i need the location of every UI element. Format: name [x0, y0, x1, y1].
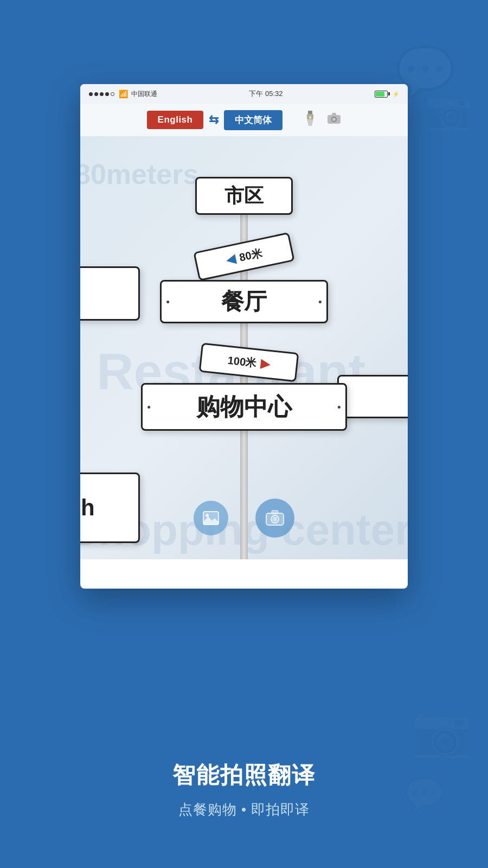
bottom-text-section: 智能拍照翻译 点餐购物 • 即拍即译	[0, 760, 488, 819]
viewfinder-bottom-bar	[80, 499, 408, 538]
svg-rect-3	[309, 116, 311, 119]
camera-viewfinder: 80meters Restaurant Shopping center 市区 ◀…	[80, 136, 408, 559]
sign-canting: 餐厅	[160, 280, 328, 323]
arrow-left-icon: ◀	[224, 252, 236, 267]
camera-capture-icon	[266, 510, 284, 526]
camera-capture-button[interactable]	[255, 499, 294, 538]
battery-fill	[376, 92, 384, 97]
torch-icon	[304, 111, 316, 126]
camera-top-button[interactable]	[327, 112, 341, 127]
battery-tip	[388, 92, 390, 95]
svg-rect-14	[272, 510, 278, 514]
status-time: 下午 05:32	[249, 89, 282, 99]
watermark-80meters: 80meters	[80, 158, 198, 190]
dot3	[100, 92, 104, 96]
carrier-label: 中国联通	[131, 90, 157, 99]
language-toolbar: English ⇆ 中文简体	[80, 104, 408, 136]
arrow-right-icon: ▶	[260, 356, 271, 372]
status-left: 📶 中国联通	[89, 90, 157, 99]
phone-frame: 📶 中国联通 下午 05:32 ⚡ English ⇆ 中文简体	[80, 84, 408, 589]
wifi-icon: 📶	[119, 90, 128, 98]
dot2	[94, 92, 98, 96]
torch-button[interactable]	[304, 111, 316, 129]
charging-icon: ⚡	[393, 91, 399, 97]
chinese-language-button[interactable]: 中文简体	[224, 110, 282, 130]
sign-right-partial: ▶	[337, 375, 408, 418]
swap-arrows-icon[interactable]: ⇆	[209, 113, 219, 127]
english-language-button[interactable]: English	[147, 111, 204, 129]
svg-point-9	[206, 514, 209, 517]
svg-point-13	[273, 517, 277, 521]
svg-point-6	[332, 118, 336, 121]
sign-100m: 100米 ▶	[199, 343, 299, 382]
battery-body	[375, 91, 388, 98]
svg-rect-7	[332, 113, 336, 116]
gallery-button[interactable]	[194, 501, 228, 535]
camera-top-icon	[327, 112, 341, 124]
svg-rect-0	[308, 111, 312, 114]
dot5	[111, 92, 114, 96]
sign-shiqu: 市区	[195, 177, 293, 215]
signal-dots	[89, 92, 114, 96]
main-title: 智能拍照翻译	[0, 760, 488, 790]
dot1	[89, 92, 93, 96]
sub-title: 点餐购物 • 即拍即译	[0, 800, 488, 819]
battery-indicator	[375, 91, 390, 98]
gallery-icon	[203, 511, 219, 525]
svg-marker-2	[307, 119, 313, 126]
sign-shopping: 购物中心	[141, 383, 347, 431]
dot4	[105, 92, 109, 96]
status-bar: 📶 中国联通 下午 05:32 ⚡	[80, 84, 408, 104]
status-right: ⚡	[375, 91, 399, 98]
sign-left-partial-top	[80, 266, 140, 321]
